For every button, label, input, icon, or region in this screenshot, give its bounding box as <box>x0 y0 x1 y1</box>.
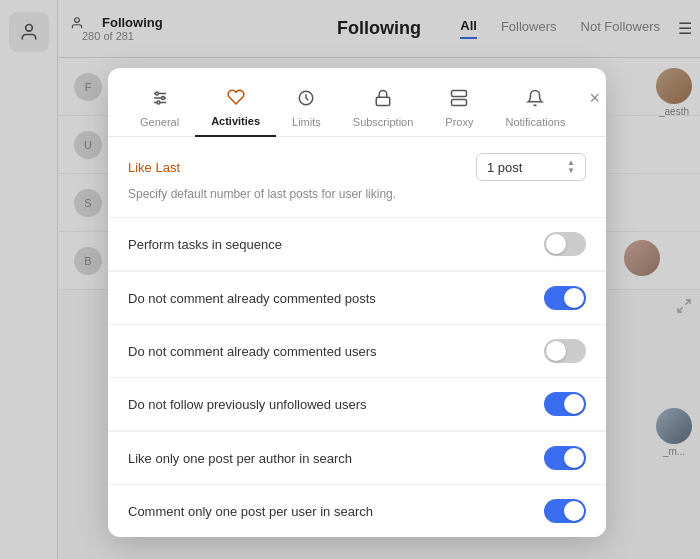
like-last-row: Like Last 1 post ▲ ▼ <box>128 153 586 181</box>
svg-point-9 <box>157 101 160 104</box>
setting-label-2: Do not comment already commented users <box>128 344 377 359</box>
like-last-hint: Specify default number of last posts for… <box>128 187 586 201</box>
toggle-3[interactable] <box>544 392 586 416</box>
like-last-value: 1 post <box>487 160 522 175</box>
tab-notifications[interactable]: Notifications <box>489 81 581 136</box>
toggle-knob-1 <box>564 288 584 308</box>
modal: General Activities Limits <box>108 68 606 537</box>
toggle-knob-3 <box>564 394 584 414</box>
setting-label-0: Perform tasks in sequence <box>128 237 282 252</box>
tab-limits-label: Limits <box>292 116 321 128</box>
setting-row-3: Do not follow previously unfollowed user… <box>108 378 606 431</box>
tab-proxy-label: Proxy <box>445 116 473 128</box>
toggle-knob-4 <box>564 448 584 468</box>
svg-rect-12 <box>452 90 467 96</box>
modal-content: Like Last 1 post ▲ ▼ Specify default num… <box>108 137 606 537</box>
toggle-knob-5 <box>564 501 584 521</box>
tab-limits[interactable]: Limits <box>276 81 337 136</box>
toggle-knob-0 <box>546 234 566 254</box>
toggle-knob-2 <box>546 341 566 361</box>
toggle-0[interactable] <box>544 232 586 256</box>
toggle-1[interactable] <box>544 286 586 310</box>
setting-row-4: Like only one post per author in search <box>108 432 606 485</box>
setting-label-3: Do not follow previously unfollowed user… <box>128 397 366 412</box>
setting-label-4: Like only one post per author in search <box>128 451 352 466</box>
heart-icon <box>227 88 245 111</box>
clock-icon <box>297 89 315 112</box>
toggle-4[interactable] <box>544 446 586 470</box>
tab-general-label: General <box>140 116 179 128</box>
like-last-select[interactable]: 1 post ▲ ▼ <box>476 153 586 181</box>
like-last-label: Like Last <box>128 160 180 175</box>
setting-label-5: Comment only one post per user in search <box>128 504 373 519</box>
close-button[interactable]: × <box>581 80 606 117</box>
setting-row-5: Comment only one post per user in search <box>108 485 606 537</box>
tab-notifications-label: Notifications <box>505 116 565 128</box>
tab-proxy[interactable]: Proxy <box>429 81 489 136</box>
setting-label-1: Do not comment already commented posts <box>128 291 376 306</box>
server-icon <box>450 89 468 112</box>
setting-row-2: Do not comment already commented users <box>108 325 606 378</box>
tab-activities-label: Activities <box>211 115 260 127</box>
lock-icon <box>374 89 392 112</box>
tab-subscription[interactable]: Subscription <box>337 81 430 136</box>
sliders-icon <box>151 89 169 112</box>
setting-row-1: Do not comment already commented posts <box>108 272 606 325</box>
svg-point-8 <box>161 96 164 99</box>
bell-icon <box>526 89 544 112</box>
svg-rect-11 <box>376 97 390 105</box>
tab-general[interactable]: General <box>124 81 195 136</box>
toggle-5[interactable] <box>544 499 586 523</box>
svg-point-7 <box>155 92 158 95</box>
modal-tabs: General Activities Limits <box>108 68 606 137</box>
svg-rect-13 <box>452 99 467 105</box>
tab-activities[interactable]: Activities <box>195 80 276 137</box>
tab-subscription-label: Subscription <box>353 116 414 128</box>
setting-row-0: Perform tasks in sequence <box>108 218 606 271</box>
like-last-section: Like Last 1 post ▲ ▼ Specify default num… <box>108 137 606 218</box>
toggle-2[interactable] <box>544 339 586 363</box>
select-arrows: ▲ ▼ <box>567 159 575 175</box>
